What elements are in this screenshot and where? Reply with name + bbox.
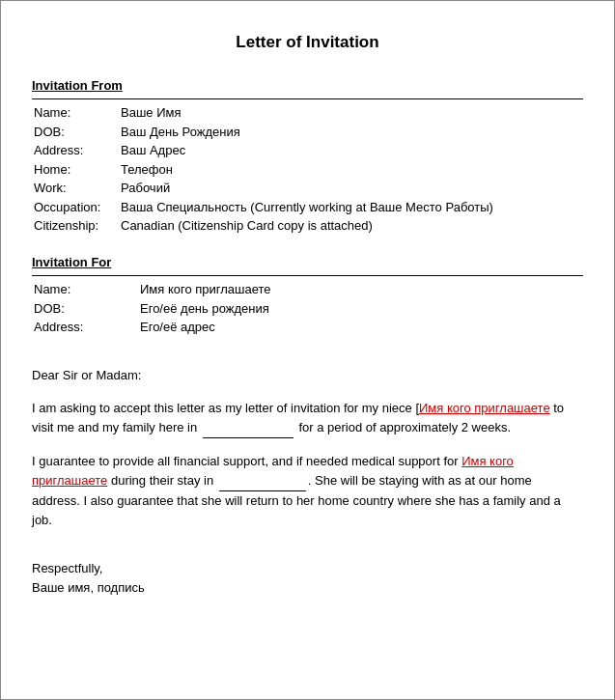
field-label: DOB: [32, 299, 138, 319]
field-value: Имя кого приглашаете [138, 280, 583, 299]
field-label: DOB: [32, 123, 119, 142]
table-row: Address:Ваш Адрес [32, 141, 583, 160]
p2-before: I guarantee to provide all financial sup… [32, 454, 461, 468]
field-label: Name: [32, 103, 119, 123]
field-label: Home: [32, 160, 119, 180]
p2-blank [219, 471, 306, 491]
paragraph-2: I guarantee to provide all financial sup… [32, 452, 583, 531]
salutation: Dear Sir or Madam: [32, 366, 583, 385]
field-value: Его/её адрес [138, 318, 583, 337]
paragraph-1: I am asking to accept this letter as my … [32, 399, 583, 438]
field-value: Рабочий [119, 179, 583, 198]
table-row: Occupation:Ваша Специальность (Currently… [32, 198, 583, 217]
field-value: Ваш День Рождения [119, 123, 583, 142]
invitation-for-table: Name:Имя кого приглашаетеDOB:Его/её день… [32, 280, 583, 337]
table-row: Home:Телефон [32, 160, 583, 180]
table-row: DOB:Его/её день рождения [32, 299, 583, 319]
document-title: Letter of Invitation [32, 30, 583, 55]
table-row: Work:Рабочий [32, 179, 583, 198]
invitation-for-heading: Invitation For [32, 253, 583, 272]
table-row: DOB:Ваш День Рождения [32, 123, 583, 142]
p1-blank [203, 418, 294, 438]
table-row: Address:Его/её адрес [32, 318, 583, 337]
field-value: Телефон [119, 160, 583, 180]
closing: Respectfully, Ваше имя, подпись [32, 559, 583, 597]
p1-after2: for a period of approximately 2 weeks. [298, 420, 511, 434]
table-row: Citizenship:Canadian (Citizenship Card c… [32, 216, 583, 236]
invitation-for-section: Invitation For Name:Имя кого приглашаете… [32, 253, 583, 337]
closing-respectfully: Respectfully, [32, 559, 583, 578]
table-row: Name:Имя кого приглашаете [32, 280, 583, 299]
field-value: Ваша Специальность (Currently working at… [119, 198, 583, 217]
field-value: Ваш Адрес [119, 141, 583, 160]
field-label: Citizenship: [32, 216, 119, 236]
field-label: Address: [32, 141, 119, 160]
p2-after1: during their stay in [107, 473, 213, 488]
field-value: Его/её день рождения [138, 299, 583, 319]
invitation-from-table: Name:Ваше ИмяDOB:Ваш День РожденияAddres… [32, 103, 583, 236]
invitation-from-heading: Invitation From [32, 76, 583, 96]
invitation-from-section: Invitation From Name:Ваше ИмяDOB:Ваш Ден… [32, 76, 583, 236]
field-label: Occupation: [32, 198, 119, 217]
document: Letter of Invitation Invitation From Nam… [0, 0, 615, 700]
p1-link: Имя кого приглашаете [419, 401, 550, 415]
field-label: Work: [32, 179, 119, 198]
field-value: Ваше Имя [119, 103, 583, 123]
closing-name: Ваше имя, подпись [32, 578, 583, 598]
table-row: Name:Ваше Имя [32, 103, 583, 123]
p1-before: I am asking to accept this letter as my … [32, 401, 419, 415]
field-label: Name: [32, 280, 138, 299]
field-value: Canadian (Citizenship Card copy is attac… [119, 216, 583, 236]
field-label: Address: [32, 318, 138, 337]
